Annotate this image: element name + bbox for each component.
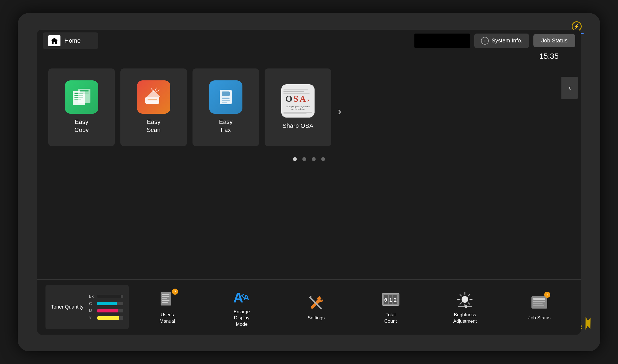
sharp-osa-icon: OSA› Sharp Open Systems Architecture — [281, 84, 315, 118]
sharp-osa-label: Sharp OSA — [282, 122, 313, 130]
brightness-icon-container — [455, 290, 475, 309]
dot-4[interactable] — [321, 157, 325, 161]
app-grid-area: EasyCopy — [37, 63, 581, 279]
easy-copy-label: EasyCopy — [74, 118, 88, 134]
svg-rect-9 — [148, 99, 157, 100]
svg-text:1: 1 — [389, 297, 392, 303]
easy-scan-label: EasyScan — [147, 118, 161, 134]
bottom-actions: ? User'sManual A A — [134, 287, 573, 327]
dot-1[interactable] — [293, 157, 297, 161]
app-tile-easy-fax[interactable]: EasyFax — [193, 68, 259, 146]
pagination-dots — [293, 157, 325, 161]
enlarge-display-button[interactable]: A A EnlargeDisplayMode — [228, 287, 255, 327]
svg-rect-15 — [222, 91, 230, 96]
job-status-header-button[interactable]: Job Status — [533, 34, 575, 47]
svg-rect-22 — [162, 298, 167, 299]
app-grid: EasyCopy — [48, 68, 331, 146]
settings-label: Settings — [308, 315, 325, 321]
total-count-label: TotalCount — [384, 312, 397, 324]
svg-rect-18 — [222, 102, 227, 103]
svg-text:0: 0 — [384, 297, 387, 303]
svg-line-40 — [468, 303, 470, 304]
job-status-header-label: Job Status — [541, 37, 568, 44]
svg-point-44 — [465, 305, 467, 308]
svg-rect-16 — [222, 98, 230, 99]
toner-label: Toner Quantity — [51, 304, 83, 310]
home-label: Home — [64, 37, 81, 44]
home-icon — [48, 35, 60, 46]
easy-copy-icon — [65, 80, 98, 114]
toner-row-bk: Bk — [89, 294, 123, 299]
app-tile-easy-copy[interactable]: EasyCopy — [48, 68, 115, 146]
svg-rect-7 — [80, 93, 89, 93]
users-manual-label: User'sManual — [159, 312, 175, 324]
toner-key-m: M — [89, 309, 95, 313]
svg-text:2: 2 — [394, 297, 397, 303]
job-status-icon-container: ! — [530, 293, 549, 312]
toner-row-y: Y — [89, 316, 123, 320]
svg-rect-6 — [80, 90, 89, 91]
toner-key-c: C — [89, 301, 95, 306]
brightness-icon — [456, 291, 474, 309]
app-tile-sharp-osa[interactable]: OSA› Sharp Open Systems Architecture Sha… — [265, 68, 331, 146]
svg-text:A: A — [233, 290, 243, 305]
toner-key-bk: Bk — [89, 294, 95, 299]
screen: Home i System Info. Job Status 15:35 ‹ — [37, 30, 581, 335]
svg-rect-24 — [162, 302, 168, 303]
device-frame: ⚡ Home i System In — [18, 13, 600, 351]
total-count-button[interactable]: 0 1 2 TotalCount — [377, 290, 404, 324]
svg-rect-47 — [533, 301, 545, 302]
easy-scan-icon — [137, 80, 170, 114]
dot-3[interactable] — [312, 157, 316, 161]
svg-line-12 — [155, 88, 156, 91]
users-manual-badge: ? — [172, 289, 178, 295]
svg-rect-23 — [162, 300, 169, 301]
toner-bars: Bk C M — [89, 294, 123, 320]
toner-fill-c — [97, 302, 117, 305]
settings-button[interactable]: Settings — [302, 293, 330, 321]
header-display — [414, 34, 470, 48]
brightness-label: BrightnessAdjustment — [453, 312, 477, 324]
svg-line-41 — [468, 294, 470, 296]
dot-2[interactable] — [302, 157, 306, 161]
toner-row-c: C — [89, 301, 123, 306]
svg-rect-46 — [533, 298, 545, 300]
svg-rect-17 — [222, 100, 230, 101]
home-button[interactable]: Home — [43, 32, 98, 49]
easy-fax-icon — [209, 80, 242, 114]
enlarge-display-icon-container: A A — [232, 287, 251, 306]
grid-next-button[interactable]: › — [331, 68, 348, 154]
settings-icon — [308, 294, 325, 311]
clock: 15:35 — [539, 52, 559, 61]
svg-rect-21 — [162, 296, 169, 297]
toner-bar-bg-bk — [97, 295, 123, 298]
svg-line-11 — [151, 88, 154, 91]
job-status-badge: ! — [544, 292, 550, 298]
system-info-button[interactable]: i System Info. — [474, 34, 529, 48]
svg-rect-49 — [533, 305, 544, 306]
toner-key-y: Y — [89, 316, 95, 320]
svg-line-39 — [460, 294, 462, 296]
collapse-arrow-icon: ‹ — [568, 83, 571, 92]
grid-next-icon: › — [338, 105, 341, 118]
toner-fill-bk — [97, 295, 121, 298]
users-manual-icon-container: ? — [158, 290, 177, 309]
info-icon: i — [481, 37, 489, 45]
time-display: 15:35 — [37, 52, 581, 63]
settings-icon-container — [307, 293, 326, 312]
main-content: ‹ — [37, 63, 581, 279]
toner-fill-m — [97, 309, 118, 312]
toner-section: Toner Quantity Bk C — [45, 285, 129, 329]
brightness-button[interactable]: BrightnessAdjustment — [451, 290, 479, 324]
enlarge-display-label: EnlargeDisplayMode — [234, 309, 250, 327]
collapse-panel-button[interactable]: ‹ — [561, 77, 578, 99]
toner-bar-bg-y — [97, 316, 123, 320]
header: Home i System Info. Job Status — [37, 30, 581, 52]
app-tile-easy-scan[interactable]: EasyScan — [120, 68, 187, 146]
toner-bar-bg-m — [97, 309, 123, 312]
users-manual-button[interactable]: ? User'sManual — [153, 290, 181, 324]
toner-fill-y — [97, 316, 119, 320]
enlarge-display-icon: A A — [233, 288, 251, 305]
job-status-bottom-button[interactable]: ! Job Status — [526, 293, 553, 321]
svg-line-42 — [460, 303, 462, 304]
